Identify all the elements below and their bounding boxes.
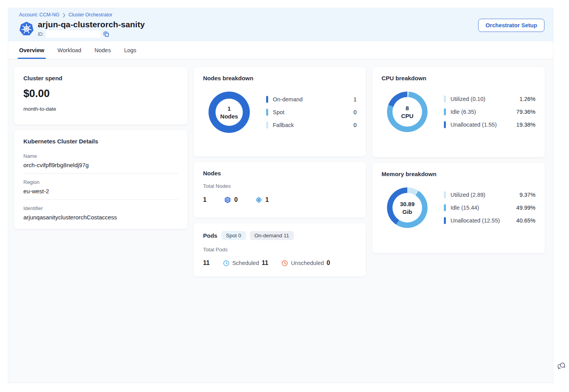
detail-label: Name bbox=[23, 153, 178, 159]
legend-label: On-demand bbox=[273, 96, 303, 102]
chat-icon[interactable] bbox=[557, 361, 567, 372]
legend-value: 1 bbox=[353, 96, 357, 102]
main-panel: Account: CCM-NG ❯ Cluster Orchestrator bbox=[8, 8, 553, 383]
cluster-details-card: Kubernetes Cluster Details Name orch-cvi… bbox=[14, 130, 187, 229]
scheduled-label: Scheduled bbox=[232, 260, 259, 266]
donut-center-label: Nodes bbox=[220, 113, 238, 120]
total-nodes-value: 1 bbox=[203, 196, 207, 203]
legend-label: Utilized (0.10) bbox=[451, 96, 485, 102]
legend-label: Spot bbox=[273, 109, 284, 115]
cpu-breakdown-card: CPU breakdown 8 CPU Utilized (0.10) 1.26… bbox=[372, 67, 545, 157]
cluster-id-field bbox=[46, 30, 101, 38]
legend-value: 0 bbox=[353, 122, 357, 128]
legend-label: Unallocated (1.55) bbox=[451, 122, 497, 128]
legend-label: Idle (6.35) bbox=[451, 109, 476, 115]
legend-row: Utilized (0.10) 1.26% bbox=[444, 95, 535, 102]
pods-title: Pods bbox=[203, 232, 217, 239]
breadcrumb: Account: CCM-NG ❯ Cluster Orchestrator bbox=[19, 12, 544, 18]
breadcrumb-section[interactable]: Cluster Orchestrator bbox=[69, 12, 113, 18]
ondemand-node-icon bbox=[255, 196, 263, 204]
donut-center-value: 8 bbox=[406, 105, 409, 111]
orchestrator-setup-button[interactable]: Orchestrator Setup bbox=[478, 19, 544, 32]
legend-marker bbox=[266, 122, 268, 129]
legend-value: 9.37% bbox=[520, 192, 535, 198]
total-pods-value: 11 bbox=[203, 260, 210, 267]
legend-row: On-demand 1 bbox=[266, 96, 357, 103]
memory-breakdown-legend: Utilized (2.89) 9.37% Idle (15.44) 49.99… bbox=[444, 191, 535, 224]
cluster-id-label: ID: bbox=[38, 32, 44, 37]
total-pods-label: Total Pods bbox=[203, 247, 357, 253]
legend-label: Fallback bbox=[273, 122, 294, 128]
legend-value: 40.65% bbox=[516, 217, 535, 224]
cluster-spend-amount: $0.00 bbox=[23, 88, 178, 100]
tab-bar: Overview Workload Nodes Logs bbox=[8, 41, 553, 59]
detail-label: Identifier bbox=[23, 205, 178, 211]
legend-row: Utilized (2.89) 9.37% bbox=[444, 191, 535, 198]
spot-node-icon bbox=[224, 196, 231, 204]
legend-marker bbox=[266, 96, 268, 103]
overview-content: Cluster spend $0.00 month-to-date Kubern… bbox=[8, 59, 553, 277]
unscheduled-count: 0 bbox=[327, 260, 330, 267]
cpu-breakdown-legend: Utilized (0.10) 1.26% Idle (6.35) 79.36%… bbox=[444, 95, 535, 128]
detail-field-name: Name orch-cvifpfl9rbg8neldj97g bbox=[23, 148, 178, 173]
legend-value: 19.38% bbox=[516, 122, 535, 128]
nodes-breakdown-card: Nodes breakdown 1 Nodes On-demand 1 bbox=[194, 67, 366, 157]
detail-label: Region bbox=[23, 179, 178, 185]
cluster-spend-period: month-to-date bbox=[23, 106, 178, 112]
nodes-breakdown-legend: On-demand 1 Spot 0 Fallback 0 bbox=[266, 96, 357, 129]
legend-marker bbox=[444, 121, 446, 128]
kubernetes-icon bbox=[19, 21, 34, 36]
memory-breakdown-card: Memory breakdown 30.89 Gib Utilized (2.8… bbox=[372, 163, 545, 253]
legend-marker bbox=[444, 191, 446, 198]
unscheduled-label: Unscheduled bbox=[291, 260, 324, 266]
nodes-card: Nodes Total Nodes 1 0 bbox=[194, 162, 366, 218]
page-title: arjun-qa-clusterorch-sanity bbox=[38, 20, 145, 29]
tab-logs[interactable]: Logs bbox=[124, 41, 136, 59]
legend-marker bbox=[266, 109, 268, 116]
ondemand-pods-badge: On-demand 11 bbox=[250, 231, 294, 240]
tab-overview[interactable]: Overview bbox=[19, 41, 44, 59]
donut-center-value: 30.89 bbox=[400, 201, 415, 207]
cluster-spend-title: Cluster spend bbox=[23, 75, 178, 81]
legend-row: Fallback 0 bbox=[266, 122, 357, 129]
breadcrumb-account[interactable]: Account: CCM-NG bbox=[19, 12, 60, 18]
legend-row: Unallocated (1.55) 19.38% bbox=[444, 121, 535, 128]
detail-value: orch-cvifpfl9rbg8neldj97g bbox=[23, 162, 178, 173]
pods-card: Pods Spot 0 On-demand 11 Total Pods 11 S… bbox=[194, 223, 366, 277]
legend-label: Idle (15.44) bbox=[451, 205, 479, 211]
memory-breakdown-title: Memory breakdown bbox=[382, 171, 535, 177]
tab-workload[interactable]: Workload bbox=[58, 41, 81, 59]
legend-marker bbox=[444, 108, 446, 115]
donut-center-label: CPU bbox=[401, 113, 413, 119]
cluster-spend-card: Cluster spend $0.00 month-to-date bbox=[14, 67, 187, 125]
nodes-breakdown-title: Nodes breakdown bbox=[203, 75, 357, 81]
nodes-donut-chart: 1 Nodes bbox=[209, 92, 250, 133]
ondemand-node-count: 1 bbox=[265, 196, 269, 203]
total-nodes-label: Total Nodes bbox=[203, 183, 357, 189]
memory-donut-chart: 30.89 Gib bbox=[387, 187, 428, 228]
cpu-donut-chart: 8 CPU bbox=[387, 92, 428, 132]
legend-row: Spot 0 bbox=[266, 109, 357, 116]
detail-value: eu-west-2 bbox=[23, 188, 178, 200]
legend-label: Utilized (2.89) bbox=[451, 192, 485, 198]
legend-row: Idle (6.35) 79.36% bbox=[444, 108, 535, 115]
detail-value: arjunqasanityclusterorchCostaccess bbox=[23, 214, 178, 221]
tab-nodes[interactable]: Nodes bbox=[94, 41, 111, 59]
legend-marker bbox=[444, 95, 446, 102]
legend-marker bbox=[444, 217, 446, 224]
legend-label: Unallocated (12.55) bbox=[451, 217, 500, 224]
legend-value: 79.36% bbox=[516, 109, 535, 115]
cluster-details-title: Kubernetes Cluster Details bbox=[23, 138, 178, 145]
legend-marker bbox=[444, 204, 446, 211]
legend-value: 0 bbox=[353, 109, 357, 115]
spot-node-count: 0 bbox=[234, 196, 238, 203]
legend-value: 1.26% bbox=[520, 96, 535, 102]
scheduled-clock-icon bbox=[223, 260, 230, 267]
page-header: Account: CCM-NG ❯ Cluster Orchestrator bbox=[8, 8, 553, 41]
detail-field-region: Region eu-west-2 bbox=[23, 173, 178, 200]
donut-center-value: 1 bbox=[228, 105, 231, 112]
scheduled-count: 11 bbox=[262, 260, 268, 267]
unscheduled-clock-icon bbox=[281, 260, 288, 267]
copy-icon[interactable] bbox=[103, 31, 110, 38]
legend-value: 49.99% bbox=[516, 205, 535, 211]
